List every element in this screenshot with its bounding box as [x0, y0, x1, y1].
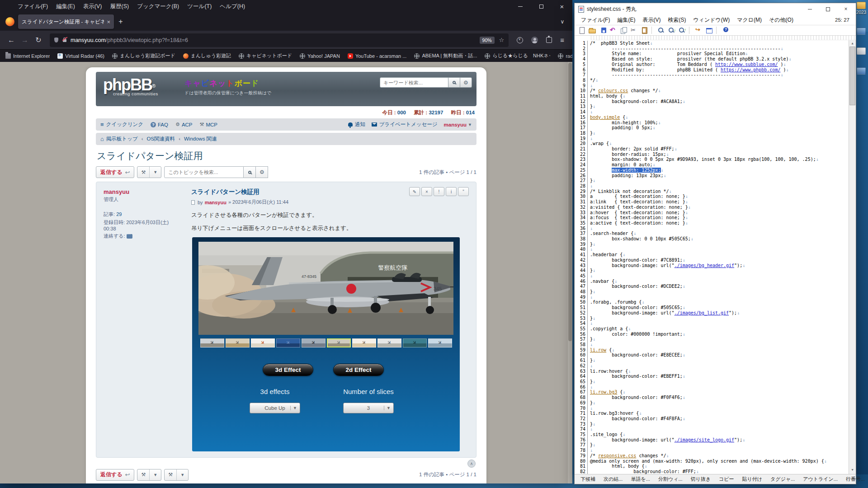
code-line-49[interactable]: 49↓ [575, 295, 849, 300]
code-line-55[interactable]: 55.copyright a {↓ [575, 326, 849, 332]
slide-thumbnail-5[interactable]: ✈ [302, 338, 326, 347]
code-line-18[interactable]: 18}↓ [575, 131, 849, 136]
code-line-70[interactable]: 70↓ [575, 406, 849, 411]
slide-thumbnail-2[interactable]: ✈ [226, 338, 250, 347]
code-line-47[interactable]: 47 background-color: #DCDEE2;↓ [575, 284, 849, 289]
3d-effect-button[interactable]: 3d Effect [263, 364, 313, 376]
page-scrollbar[interactable] [568, 62, 572, 483]
function-key-button[interactable]: 貼り付け [738, 476, 767, 483]
code-line-61[interactable]: 61}↓ [575, 358, 849, 363]
code-line-2[interactable]: 2 --------------------------------------… [575, 46, 849, 52]
slices-select[interactable]: 3▼ [343, 403, 394, 413]
code-line-43[interactable]: 43 background-image: url("./images/bg_he… [575, 263, 849, 268]
code-line-69[interactable]: 69}↓ [575, 400, 849, 406]
reply-button[interactable]: 返信する↩ [96, 166, 134, 178]
topic-search-input[interactable] [164, 166, 244, 178]
code-line-63[interactable]: 63li.row:hover {↓ [575, 369, 849, 374]
code-line-42[interactable]: 42 background-color: #7C8891;↓ [575, 258, 849, 263]
code-line-8[interactable]: 8*/↓ [575, 78, 849, 83]
desktop-shortcut[interactable] [854, 28, 868, 35]
reply-button[interactable]: 返信する↩ [96, 469, 134, 481]
tracking-shield-icon[interactable] [54, 38, 58, 42]
code-line-12[interactable]: 12 background-color: #ACA8A1;↓ [575, 99, 849, 104]
pocket-icon[interactable] [517, 37, 523, 43]
copy-icon[interactable] [620, 27, 627, 34]
list-all-tabs-icon[interactable]: ∨ [556, 19, 569, 25]
user-menu[interactable]: mansyuu▼ [444, 122, 472, 127]
faq-link[interactable]: ?FAQ [151, 122, 168, 127]
slide-thumbnail-10[interactable]: ✈ [428, 338, 452, 347]
topic-search-button[interactable] [244, 166, 256, 178]
code-line-75[interactable]: 75.site_logo {↓ [575, 432, 849, 437]
scrollbar-thumb[interactable] [849, 47, 855, 105]
code-line-57[interactable]: 57}↓ [575, 337, 849, 342]
code-line-36[interactable]: 36↓ [575, 226, 849, 231]
browser-tab[interactable]: スライドパターン検証用 - キャビネットボ... × [18, 14, 114, 29]
menu-item[interactable]: ブックマーク(B) [133, 0, 183, 13]
bookmark-star-icon[interactable]: ☆ [499, 37, 505, 43]
code-line-22[interactable]: 22 border-radius: 15px;↓ [575, 152, 849, 157]
edit-icon[interactable]: ✎ [409, 187, 420, 196]
forward-button[interactable]: → [18, 36, 32, 44]
code-line-3[interactable]: 3 Style name: prosilver Special Edition↓ [575, 51, 849, 56]
delete-icon[interactable]: × [421, 187, 432, 196]
code-line-34[interactable]: 34a:focus { text-decoration: none; }↓ [575, 215, 849, 221]
firefox-logo-icon[interactable] [5, 17, 14, 26]
code-line-17[interactable]: 17 padding: 0 5px;↓ [575, 125, 849, 131]
code-line-82[interactable]: 82 background-color: #FFF;↓ [575, 469, 849, 474]
code-line-56[interactable]: 56 color: #000000 !important;↓ [575, 332, 849, 337]
function-key-button[interactable]: 次の結... [599, 476, 627, 483]
slideshow-main-image[interactable]: 警察航空隊 [198, 242, 453, 335]
desktop-shortcut[interactable] [854, 47, 868, 55]
code-line-51[interactable]: 51 background-color: #505C65;↓ [575, 305, 849, 310]
tab-close-icon[interactable]: × [107, 19, 110, 25]
pagination[interactable]: 1 件の記事 • ページ 1 / 1 [419, 471, 476, 478]
info-icon[interactable]: i [446, 187, 457, 196]
byline-author[interactable]: mansyuu [205, 200, 226, 205]
code-line-5[interactable]: 5 Original author: Tom Beddard ( http://… [575, 62, 849, 67]
menu-item[interactable]: 編集(E) [613, 16, 639, 24]
tag-jump-icon[interactable] [695, 27, 702, 34]
code-line-28[interactable]: 28↓ [575, 183, 849, 189]
paste-icon[interactable] [641, 27, 648, 34]
menu-item[interactable]: 履歴(S) [106, 0, 133, 13]
code-line-15[interactable]: 15body.simple {↓ [575, 115, 849, 120]
code-line-65[interactable]: 65}↓ [575, 379, 849, 385]
slide-thumbnail-1[interactable]: ✈ [200, 338, 224, 347]
code-line-11[interactable]: 11html, body {↓ [575, 94, 849, 99]
menu-item[interactable]: ヘルプ(H) [216, 0, 249, 13]
zoom-level-badge[interactable]: 90% [480, 37, 495, 44]
code-line-24[interactable]: 24 margin: 0 auto;↓ [575, 162, 849, 168]
code-line-14[interactable]: 14↓ [575, 109, 849, 115]
topic-tools-button[interactable]: ⚒ ▼ [137, 166, 161, 178]
save-icon[interactable] [599, 27, 606, 34]
code-line-19[interactable]: 19↓ [575, 136, 849, 141]
code-line-32[interactable]: 32a:visited { text-decoration: none; }↓ [575, 205, 849, 210]
code-line-68[interactable]: 68 background-color: #F0F4F6;↓ [575, 395, 849, 400]
function-key-button[interactable]: 分割ウィ... [654, 476, 687, 483]
phpbb-logo[interactable]: phpBB® creating communities [103, 75, 158, 96]
code-line-7[interactable]: 7 --------------------------------------… [575, 72, 849, 78]
chevron-down-icon[interactable]: ▼ [176, 469, 188, 480]
slide-thumbnail-6[interactable]: ✈ [327, 338, 351, 347]
code-line-52[interactable]: 52 background-image: url("./images/bg_li… [575, 310, 849, 316]
slide-thumbnail-7[interactable]: ✈ [352, 338, 376, 347]
help-icon[interactable] [722, 27, 729, 34]
code-line-46[interactable]: 46.navbar {↓ [575, 279, 849, 284]
code-line-10[interactable]: 10/* colours.css changes */↓ [575, 88, 849, 94]
quote-icon[interactable]: ” [458, 187, 469, 196]
slide-thumbnail-4[interactable]: ✈ [276, 338, 300, 347]
chevron-down-icon[interactable]: ▼ [149, 167, 161, 178]
code-line-31[interactable]: 31a:link { text-decoration: none; }↓ [575, 199, 849, 205]
editor-lines[interactable]: 1/* phpBB3 Style Sheet↓2 ---------------… [575, 40, 849, 474]
code-line-50[interactable]: 50.forabg, .forumbg {↓ [575, 300, 849, 305]
menu-item[interactable]: 検索(S) [664, 16, 689, 24]
function-key-button[interactable]: 下候補 [576, 476, 599, 483]
code-line-64[interactable]: 64 background-color: #EBEFF1;↓ [575, 374, 849, 379]
menu-item[interactable]: ウィンドウ(W) [689, 16, 733, 24]
bookmark-item[interactable]: ABEMA | 無料動画・話... [414, 52, 477, 59]
code-line-38[interactable]: 38 box-shadow: 0 0 10px #505C65;↓ [575, 236, 849, 242]
close-button[interactable]: × [552, 0, 572, 13]
code-line-6[interactable]: 6 Modified by: phpBB Limited ( https://w… [575, 67, 849, 73]
menu-item[interactable]: ファイル(F) [577, 16, 613, 24]
